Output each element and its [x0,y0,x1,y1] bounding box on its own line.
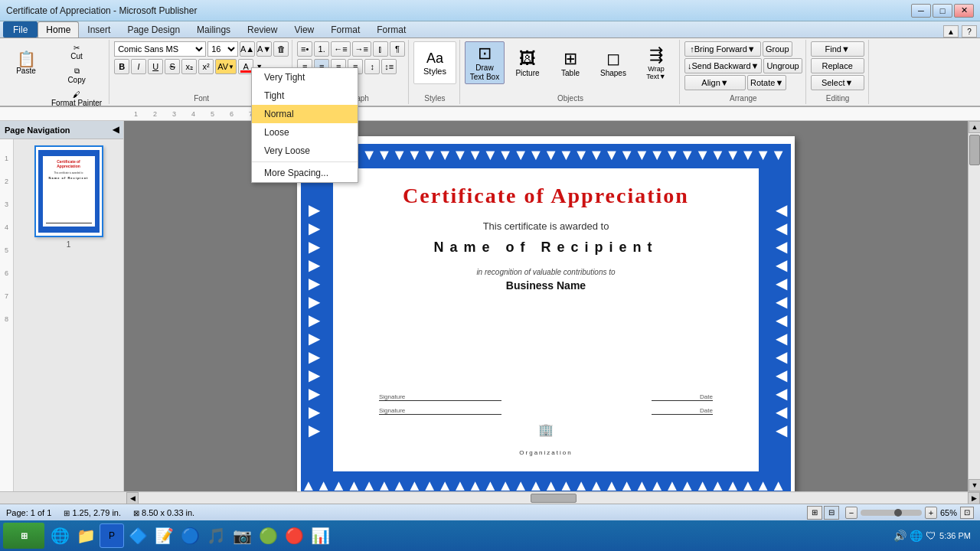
draw-text-box-icon: ⊡ [478,44,492,64]
table-button[interactable]: ⊞ Table [550,41,590,84]
objects-label: Objects [465,94,676,104]
underline-button[interactable]: U [148,59,163,74]
scroll-down-btn[interactable]: ▼ [969,479,980,491]
vertical-scrollbar[interactable]: ▲ ▼ [968,121,980,491]
dropdown-item-very-loose[interactable]: Very Loose [252,142,358,160]
zoom-slider[interactable] [861,510,922,516]
bring-forward-button[interactable]: ↑ Bring Forward ▼ [684,41,761,57]
scroll-track-v[interactable] [969,133,980,479]
taskbar-misc8[interactable]: 📊 [308,523,332,548]
cut-button[interactable]: ✂ Cut [47,41,106,63]
format-painter-label: Format Painter [51,99,102,107]
sidebar-collapse-icon[interactable]: ◀ [113,125,119,135]
dropdown-item-normal[interactable]: Normal [252,105,358,123]
line-spacing-btn[interactable]: ↕ [364,59,380,74]
page-thumbnail-1[interactable]: Certificate of Appreciation This certifi… [34,145,103,237]
zoom-in-btn[interactable]: + [925,507,937,519]
zoom-thumb[interactable] [894,509,902,517]
taskbar-documents[interactable]: 📁 [74,523,98,548]
paragraph-spacing-btn[interactable]: ↕≡ [381,59,397,74]
scroll-up-btn[interactable]: ▲ [969,121,980,133]
superscript-button[interactable]: x² [198,59,214,74]
taskbar-misc5[interactable]: 📷 [230,523,254,548]
tab-view[interactable]: View [286,21,322,37]
rotate-button[interactable]: Rotate ▼ [747,75,786,90]
list-bullet-btn[interactable]: ≡• [297,41,312,57]
strikethrough-button[interactable]: S [165,59,180,74]
send-backward-button[interactable]: ↓ Send Backward ▼ [684,58,762,73]
picture-button[interactable]: 🖼 Picture [508,41,547,84]
maximize-btn[interactable]: □ [933,4,952,18]
taskbar-explorer[interactable]: 🌐 [47,523,72,548]
start-button[interactable]: ⊞ [3,523,44,549]
taskbar-misc2[interactable]: 📝 [152,523,176,548]
ribbon-collapse-btn[interactable]: ▲ [943,25,959,37]
indent-increase-btn[interactable]: →≡ [352,41,371,57]
align-button[interactable]: Align ▼ [684,75,746,90]
select-button[interactable]: Select ▼ [811,75,864,90]
draw-text-box-label: DrawText Box [470,64,499,82]
horizontal-scrollbar[interactable]: ◀ ▶ [0,491,980,504]
help-btn[interactable]: ? [962,25,977,37]
taskbar-publisher[interactable]: P [100,523,124,548]
wrap-text-button[interactable]: ⇶ WrapText▼ [636,41,676,84]
copy-button[interactable]: ⧉ Copy [47,64,106,86]
zoom-fit-btn[interactable]: ⊡ [960,507,974,519]
indent-decrease-btn[interactable]: ←≡ [331,41,350,57]
scroll-track-h[interactable] [139,493,968,504]
view-normal-btn[interactable]: ⊞ [807,506,822,520]
dropdown-item-more-spacing[interactable]: More Spacing... [252,164,358,182]
styles-label: Styles [413,94,456,104]
tab-format2[interactable]: Format [368,21,414,37]
ungroup-button[interactable]: Ungroup [763,58,802,73]
minimize-btn[interactable]: ─ [911,4,931,18]
shapes-button[interactable]: ◻ Shapes [593,41,633,84]
zoom-out-btn[interactable]: − [845,507,858,519]
char-spacing-button[interactable]: AV ▼ [215,59,237,74]
scroll-right-btn[interactable]: ▶ [968,492,980,504]
taskbar-misc3[interactable]: 🔵 [178,523,202,548]
columns-btn[interactable]: ⫿ [373,41,388,57]
bold-button[interactable]: B [114,59,129,74]
taskbar-misc4[interactable]: 🎵 [204,523,228,548]
dropdown-item-loose[interactable]: Loose [252,123,358,142]
group-button[interactable]: Group [763,41,792,57]
taskbar-misc6[interactable]: 🟢 [256,523,280,548]
editing-content: Find ▼ Replace Select ▼ [811,41,865,94]
paste-button[interactable]: 📋 Paste [6,41,46,84]
find-button[interactable]: Find ▼ [811,41,864,57]
pilcrow-btn[interactable]: ¶ [390,41,405,57]
taskbar-misc1[interactable]: 🔷 [126,523,150,548]
tab-page-design[interactable]: Page Design [119,21,188,37]
title-controls: ─ □ ✕ [911,4,974,18]
font-size-select[interactable]: 16 [207,41,238,57]
org-icon: 🏢 [519,422,572,437]
list-number-btn[interactable]: 1. [314,41,329,57]
dropdown-item-very-tight[interactable]: Very Tight [252,68,358,86]
scroll-left-btn[interactable]: ◀ [126,492,139,504]
dropdown-item-tight[interactable]: Tight [252,86,358,105]
close-btn[interactable]: ✕ [954,4,974,18]
font-name-select[interactable]: Comic Sans MS [114,41,206,57]
taskbar-misc7[interactable]: 🔴 [282,523,306,548]
scroll-thumb-v[interactable] [969,135,980,165]
format-painter-button[interactable]: 🖌 Format Painter [47,88,106,109]
styles-label: Styles [423,67,446,76]
tab-format1[interactable]: Format [322,21,368,37]
tab-mailings[interactable]: Mailings [188,21,239,37]
subscript-button[interactable]: x₂ [181,59,197,74]
italic-button[interactable]: I [131,59,146,74]
replace-button[interactable]: Replace [811,58,864,73]
view-web-btn[interactable]: ⊟ [824,506,839,520]
tab-home[interactable]: Home [38,21,79,37]
styles-button[interactable]: Aa Styles [413,41,456,84]
font-grow-btn[interactable]: A▲ [240,41,255,57]
tab-insert[interactable]: Insert [79,21,119,37]
tab-file[interactable]: File [3,21,38,37]
clear-formatting-btn[interactable]: 🗑 [273,41,289,57]
tab-review[interactable]: Review [239,21,286,37]
font-shrink-btn[interactable]: A▼ [256,41,272,57]
draw-text-box-button[interactable]: ⊡ DrawText Box [465,41,505,84]
zoom-control: − + 65% ⊡ [845,507,974,519]
scroll-thumb-h[interactable] [531,494,577,503]
